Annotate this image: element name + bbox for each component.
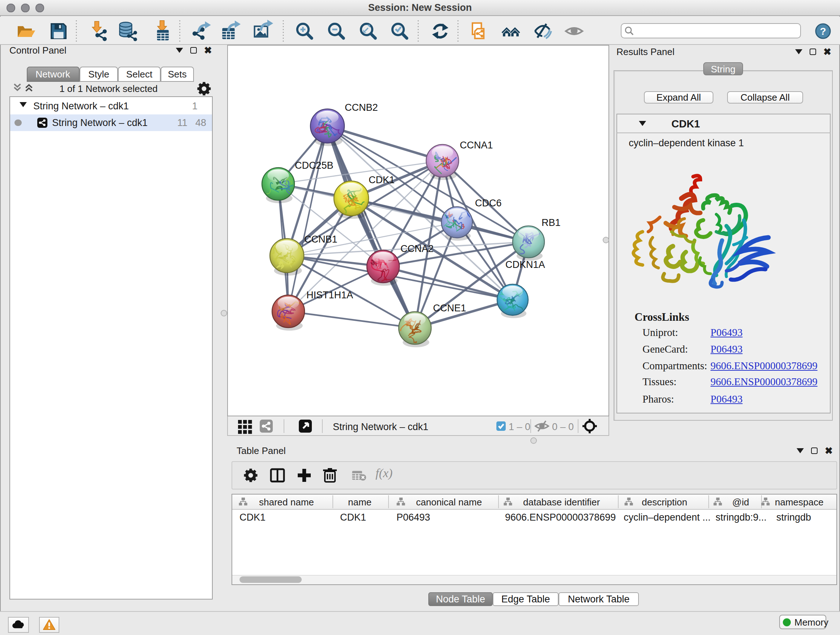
svg-text:RB1: RB1 [541,217,561,228]
svg-text:HIST1H1A: HIST1H1A [306,290,353,301]
svg-text:CCNB1: CCNB1 [304,234,337,245]
svg-text:CDC6: CDC6 [475,198,501,209]
svg-text:CCNE1: CCNE1 [433,302,466,314]
svg-text:CCNA1: CCNA1 [459,140,493,150]
svg-text:CDK1: CDK1 [368,174,394,185]
svg-text:CCNB2: CCNB2 [344,102,378,113]
svg-text:CDKN1A: CDKN1A [505,259,545,270]
svg-text:?: ? [820,25,826,36]
svg-text:CCNA2: CCNA2 [400,243,433,254]
svg-text:CDC25B: CDC25B [294,160,333,171]
